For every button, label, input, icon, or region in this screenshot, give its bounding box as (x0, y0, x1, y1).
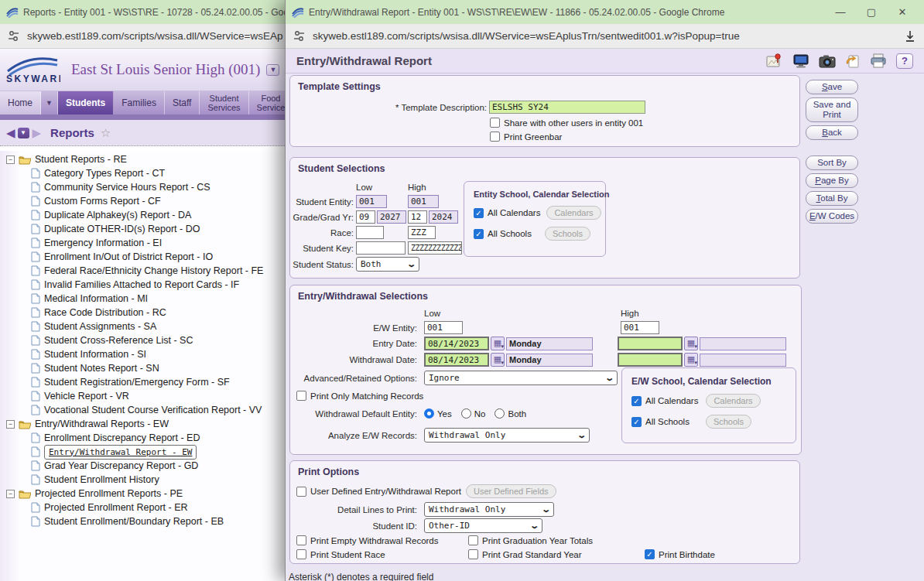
advanced-retained-select[interactable]: Ignore⌄ (424, 371, 618, 385)
entry-date-low-input[interactable]: 08/14/2023 (424, 337, 489, 350)
sort-by-button[interactable]: Sort By (806, 156, 858, 170)
print-student-race-checkbox[interactable] (296, 549, 306, 559)
front-url-text[interactable]: skyweb.estl189.com/scripts/wsisa.dll/WSe… (313, 30, 740, 42)
collapse-icon[interactable]: − (6, 420, 15, 429)
radio-no[interactable] (461, 408, 471, 419)
tree-report-item[interactable]: Duplicate OTHER-ID(s) Report - DO (0, 222, 284, 236)
withdrawal-date-low-input[interactable]: 08/14/2023 (424, 353, 489, 367)
detail-lines-select[interactable]: Withdrawal Only⌄ (424, 502, 554, 517)
map-pin-icon[interactable] (766, 53, 783, 69)
total-by-button[interactable]: Total By (806, 191, 858, 206)
back-url-text[interactable]: skyweb.estl189.com/scripts/wsisa.dll/WSe… (27, 30, 282, 42)
user-defined-report-checkbox[interactable] (296, 487, 306, 497)
front-window-titlebar[interactable]: Entry/Withdrawal Report - Entity 001 - W… (286, 0, 924, 24)
nav-tab-student-services[interactable]: StudentServices (200, 91, 248, 114)
print-empty-withdrawal-checkbox[interactable] (296, 535, 306, 545)
tree-report-item[interactable]: Enrollment In/Out of District Report - I… (0, 250, 284, 264)
save-and-print-button[interactable]: Save and Print (806, 97, 858, 122)
tree-report-item[interactable]: Student Registration/Emergency Form - SF (0, 375, 284, 389)
calendar-icon[interactable]: ▦ (491, 353, 505, 367)
radio-both[interactable] (495, 408, 505, 419)
close-button[interactable]: ✕ (887, 0, 918, 24)
all-calendars-checkbox[interactable]: ✓ (631, 396, 642, 406)
tree-report-item[interactable]: Invalid Families Attached to Report Card… (0, 278, 284, 292)
tree-folder[interactable]: −Projected Enrollment Reports - PE (0, 487, 284, 501)
tree-folder[interactable]: −Entry/Withdrawal Reports - EW (0, 417, 284, 431)
export-icon[interactable] (845, 53, 861, 69)
nav-tab--[interactable]: ▼ (41, 91, 58, 114)
camera-icon[interactable] (819, 54, 836, 68)
back-button[interactable]: Back (806, 125, 858, 140)
collapse-icon[interactable]: − (6, 156, 15, 164)
print-matching-checkbox[interactable] (296, 391, 306, 401)
tree-report-item[interactable]: Student Enrollment/Boundary Report - EB (0, 514, 284, 528)
race-low-input[interactable] (356, 226, 384, 239)
tree-report-item[interactable]: Student Enrollment History (0, 473, 284, 487)
tree-report-item[interactable]: Community Service Hours Report - CS (0, 180, 284, 194)
tree-report-item[interactable]: Student Information - SI (0, 347, 284, 361)
grade-high-input[interactable]: 12 (408, 210, 427, 224)
tree-report-item[interactable]: Grad Year Discrepancy Report - GD (0, 459, 284, 473)
student-status-select[interactable]: Both⌄ (356, 257, 419, 272)
monitor-icon[interactable] (792, 53, 809, 69)
all-schools-checkbox[interactable]: ✓ (474, 229, 484, 239)
ew-entity-high-input[interactable]: 001 (621, 321, 659, 334)
template-description-input[interactable]: ESLSHS SY24 (489, 101, 645, 114)
nav-tab-staff[interactable]: Staff (165, 91, 200, 114)
tree-report-item[interactable]: Vehicle Report - VR (0, 389, 284, 403)
all-calendars-checkbox[interactable]: ✓ (474, 208, 484, 218)
collapse-icon[interactable]: − (6, 490, 15, 498)
nav-tab-families[interactable]: Families (114, 91, 165, 114)
print-icon[interactable] (870, 53, 887, 69)
entry-date-high-input[interactable] (618, 337, 683, 350)
nav-tab-home[interactable]: Home (0, 91, 41, 114)
tree-report-item[interactable]: Federal Race/Ethnicity Change History Re… (0, 264, 284, 278)
tree-report-item[interactable]: Custom Forms Report - CF (0, 194, 284, 208)
minimize-button[interactable]: — (825, 0, 856, 24)
maximize-button[interactable]: ▢ (856, 0, 887, 24)
calendar-icon[interactable]: ▦ (684, 353, 698, 367)
tree-report-item[interactable]: Entry/Withdrawal Report - EW (0, 445, 284, 459)
tree-report-item[interactable]: Category Types Report - CT (0, 166, 284, 180)
tree-report-item[interactable]: Student Notes Report - SN (0, 361, 284, 375)
tree-report-item[interactable]: Duplicate Alphakey(s) Report - DA (0, 208, 284, 222)
tune-icon[interactable] (8, 30, 19, 42)
entity-dropdown-button[interactable]: ▼ (266, 64, 279, 76)
forward-arrow-icon[interactable]: ▶ (33, 126, 42, 140)
tree-report-item[interactable]: Medical Information - MI (0, 292, 284, 306)
e-w-codes-button[interactable]: E/W Codes (806, 209, 858, 224)
student-key-low-input[interactable] (356, 241, 406, 255)
tune-icon[interactable] (293, 30, 305, 42)
share-checkbox[interactable] (490, 118, 500, 128)
back-arrow-icon[interactable]: ◀ (6, 126, 15, 140)
favorite-star-icon[interactable]: ☆ (101, 126, 111, 140)
all-schools-checkbox[interactable]: ✓ (631, 417, 642, 427)
tree-report-item[interactable]: Emergency Information - EI (0, 236, 284, 250)
student-id-select[interactable]: Other-ID⌄ (424, 518, 542, 533)
race-high-input[interactable]: ZZZ (408, 226, 436, 239)
print-grad-std-checkbox[interactable] (468, 549, 478, 559)
calendar-icon[interactable]: ▦ (684, 337, 698, 350)
history-dropdown-button[interactable]: ▼ (18, 128, 29, 138)
student-key-high-input[interactable]: ZZZZZZZZZZZZ (408, 241, 462, 255)
ew-entity-low-input[interactable]: 001 (424, 321, 463, 334)
analyze-ew-select[interactable]: Withdrawal Only⌄ (424, 428, 590, 443)
tree-report-item[interactable]: Vocational Student Course Verification R… (0, 403, 284, 417)
withdrawal-date-high-input[interactable] (618, 353, 683, 367)
tree-report-item[interactable]: Projected Enrollment Report - ER (0, 501, 284, 514)
nav-tab-students[interactable]: Students (58, 91, 114, 114)
tree-folder[interactable]: −Student Reports - RE (0, 152, 284, 166)
tree-report-item[interactable]: Race Code Distribution - RC (0, 306, 284, 320)
grade-low-input[interactable]: 09 (356, 210, 375, 224)
save-button[interactable]: Save (806, 80, 858, 94)
print-grad-totals-checkbox[interactable] (468, 535, 478, 545)
tree-report-item[interactable]: Enrollment Discrepancy Report - ED (0, 431, 284, 445)
download-icon[interactable] (904, 30, 916, 43)
help-button[interactable]: ? (896, 53, 913, 69)
radio-yes[interactable] (424, 408, 434, 419)
front-url-bar[interactable]: skyweb.estl189.com/scripts/wsisa.dll/WSe… (286, 24, 924, 49)
print-birthdate-checkbox[interactable]: ✓ (645, 549, 655, 559)
calendar-icon[interactable]: ▦ (491, 337, 505, 350)
tree-report-item[interactable]: Student Cross-Reference List - SC (0, 333, 284, 347)
print-greenbar-checkbox[interactable] (490, 132, 500, 142)
